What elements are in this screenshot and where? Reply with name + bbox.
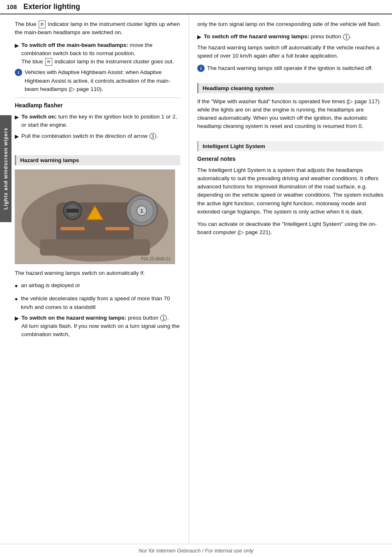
turn-signal-only: only the turn signal lamp on the corresp… <box>197 20 384 28</box>
indicator-icon: ⊟ <box>39 21 46 28</box>
page-title: Exterior lighting <box>23 2 80 11</box>
sidebar-label-text: Lights and windscreen wipers <box>3 128 9 209</box>
hazard-image: 1 P54-25-6640-31 <box>15 169 175 264</box>
info-text-1: Vehicles with Adaptive Highbeam Assist: … <box>25 68 180 93</box>
intelligent-light-text2: You can activate or deactivate the "Inte… <box>197 220 384 237</box>
info-icon-2: i <box>197 65 205 72</box>
info-icon-1: i <box>15 69 22 76</box>
indicator-icon-2: ⊟ <box>45 58 52 66</box>
hazard-heading: Hazard warning lamps <box>20 157 79 163</box>
main-beam-bullet: ▶ To switch off the main-beam headlamps:… <box>15 41 180 66</box>
hazard-bullet-1: • an airbag is deployed or <box>15 281 180 292</box>
hazard-bullet-2-text: the vehicle decelerates rapidly from a s… <box>21 295 180 311</box>
pull-bullet: ▶ Pull the combination switch in the dir… <box>15 132 180 141</box>
arrow-icon-1: ▶ <box>15 42 19 66</box>
general-notes-heading: General notes <box>197 155 384 162</box>
switch-off-hazard-bullet: ▶ To switch off the hazard warning lamps… <box>197 32 384 41</box>
headlamp-cleaning-heading: Headlamp cleaning system <box>203 85 274 91</box>
switch-off-hazard-label: To switch off the hazard warning lamps: <box>204 33 309 39</box>
main-beam-text: To switch off the main-beam headlamps: m… <box>21 41 180 66</box>
info-text-2: The hazard warning lamps still operate i… <box>207 64 373 72</box>
image-caption: P54-25-6640-31 <box>141 257 171 261</box>
switch-on-hazard-subtext: All turn signals flash. If you now switc… <box>21 323 180 337</box>
switch-off-hazard-text: To switch off the hazard warning lamps: … <box>204 32 384 41</box>
page-container: 108 Exterior lighting Lights and windscr… <box>0 0 392 557</box>
sidebar-label: Lights and windscreen wipers <box>0 115 12 222</box>
headlamp-flasher-heading: Headlamp flasher <box>15 102 180 109</box>
dot-icon-1: • <box>15 280 18 292</box>
page-number: 108 <box>7 3 17 10</box>
intelligent-light-heading: Intelligent Light System <box>203 143 265 149</box>
svg-rect-13 <box>40 239 150 256</box>
headlamp-cleaning-box: Headlamp cleaning system <box>197 83 384 93</box>
switch-on-hazard-bullet: ▶ To switch on the hazard warning lamps:… <box>15 314 180 339</box>
hazard-bullet-1-text: an airbag is deployed or <box>21 281 180 292</box>
pull-text: Pull the combination switch in the direc… <box>21 132 180 141</box>
circle-1b: 1 <box>343 34 350 40</box>
circle-3: 3 <box>150 133 156 139</box>
switch-on-text: To switch on: turn the key in the igniti… <box>21 113 180 130</box>
switch-off-hazard-desc: press button 1. <box>311 33 352 39</box>
svg-rect-9 <box>105 227 129 230</box>
hazard-section-box: Hazard warning lamps <box>15 155 180 165</box>
circle-1a: 1 <box>160 315 167 321</box>
svg-rect-8 <box>60 227 85 230</box>
info-row-2: i The hazard warning lamps still operate… <box>197 64 384 72</box>
intelligent-light-text1: The Intelligent Light System is a system… <box>197 166 384 216</box>
divider-1 <box>15 97 180 98</box>
intelligent-light-box: Intelligent Light System <box>197 141 384 151</box>
switch-on-hazard-text: To switch on the hazard warning lamps: p… <box>21 314 180 339</box>
hazard-auto-off: The hazard warning lamps switch off auto… <box>197 44 384 60</box>
arrow-icon-2: ▶ <box>15 113 19 130</box>
switch-on-hazard-label: To switch on the hazard warning lamps: <box>21 315 127 321</box>
arrow-icon-3: ▶ <box>15 132 19 141</box>
arrow-icon-4: ▶ <box>15 314 19 339</box>
footer-text: Nur für internen Gebrauch / For internal… <box>138 548 254 554</box>
arrow-icon-5: ▶ <box>197 33 201 41</box>
intro-text-before: The blue <box>15 21 37 27</box>
hazard-auto-switch: The hazard warning lamps switch on autom… <box>15 269 180 277</box>
headlamp-cleaning-text: If the "Wipe with washer fluid" function… <box>197 97 384 131</box>
page-header: 108 Exterior lighting <box>0 0 392 14</box>
page-footer: Nur für internen Gebrauch / For internal… <box>0 544 392 557</box>
subtext-before: The blue <box>21 58 44 65</box>
info-row-1: i Vehicles with Adaptive Highbeam Assist… <box>15 68 180 93</box>
intro-paragraph: The blue ⊟ indicator lamp in the instrum… <box>15 20 180 37</box>
switch-on-hazard-desc: press button 1. <box>128 315 169 321</box>
switch-on-label: To switch on: <box>21 114 57 120</box>
switch-on-bullet: ▶ To switch on: turn the key in the igni… <box>15 113 180 130</box>
dot-icon-2: • <box>15 293 18 311</box>
hazard-bullet-2: • the vehicle decelerates rapidly from a… <box>15 295 180 311</box>
content-area: The blue ⊟ indicator lamp in the instrum… <box>0 14 392 544</box>
subtext-after: indicator lamp in the instrument cluster… <box>55 58 174 65</box>
right-column: only the turn signal lamp on the corresp… <box>189 14 392 544</box>
svg-text:1: 1 <box>140 208 143 214</box>
main-beam-label: To switch off the main-beam headlamps: <box>21 42 128 48</box>
svg-rect-12 <box>67 209 79 213</box>
left-column: The blue ⊟ indicator lamp in the instrum… <box>0 14 189 544</box>
